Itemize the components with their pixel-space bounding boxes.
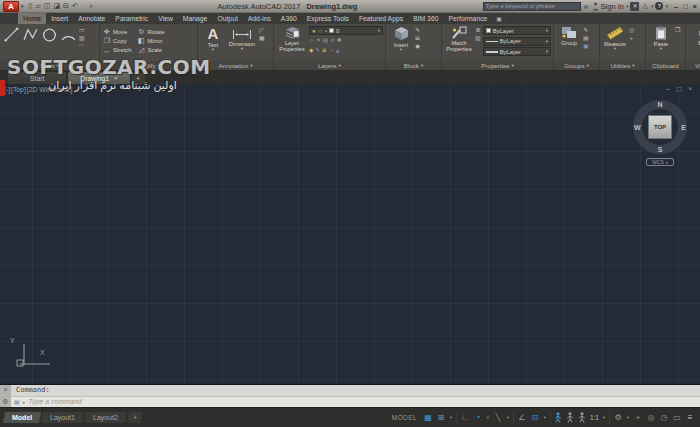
wcs-dropdown[interactable]: WCS ▾: [646, 158, 674, 166]
measure-button[interactable]: Measure ▾: [603, 26, 627, 52]
polyline-tool-icon[interactable]: [22, 26, 39, 43]
ribbon-display-icon[interactable]: ▣: [496, 15, 502, 22]
block-edit-icon[interactable]: ✎: [415, 27, 420, 34]
drawing-minimize-icon[interactable]: –: [666, 85, 670, 93]
panel-label-properties[interactable]: Properties▾: [442, 61, 553, 70]
block-create-icon[interactable]: ⊞: [415, 35, 420, 42]
panel-label-utilities[interactable]: Utilities▾: [600, 61, 645, 70]
layer-tool-icon[interactable]: ☼: [329, 47, 334, 55]
layer-tool-icon[interactable]: ✎: [315, 47, 320, 55]
minimize-button[interactable]: –: [674, 2, 678, 11]
group-button[interactable]: Group: [557, 26, 581, 46]
a360-caret-icon[interactable]: ▾: [651, 3, 654, 9]
layer-tool-icon[interactable]: ▤: [323, 37, 328, 45]
scale-caret-icon[interactable]: ▾: [601, 415, 607, 420]
panel-label-groups[interactable]: Groups▾: [554, 61, 599, 70]
ribbon-tab-addins[interactable]: Add-ins: [243, 13, 276, 24]
layer-tool-icon[interactable]: ◭: [336, 47, 340, 55]
isodraft-icon[interactable]: ╲: [492, 411, 504, 425]
help-caret-icon[interactable]: ▾: [665, 3, 668, 9]
help-icon[interactable]: ?: [655, 2, 663, 10]
layer-tool-icon[interactable]: ◆: [309, 47, 313, 55]
viewcube-west[interactable]: W: [634, 124, 641, 131]
copy-clip-icon[interactable]: ❐: [675, 27, 680, 34]
new-layout-button[interactable]: +: [127, 412, 143, 423]
osnap-caret-icon[interactable]: ▾: [542, 415, 548, 420]
panel-label-view[interactable]: View▾: [686, 61, 700, 70]
polar-caret-icon[interactable]: ▾: [485, 415, 491, 420]
move-button[interactable]: ✜Move: [103, 28, 131, 36]
snap-caret-icon[interactable]: ▾: [448, 415, 454, 420]
block-attributes-icon[interactable]: ◆: [415, 43, 420, 50]
layer-tool-icon[interactable]: ⊞: [322, 47, 327, 55]
viewport-minus-control[interactable]: [-]: [4, 86, 10, 93]
ribbon-tab-home[interactable]: Home: [18, 13, 46, 24]
grid-toggle-icon[interactable]: ▦: [422, 411, 434, 425]
ribbon-tab-output[interactable]: Output: [212, 13, 242, 24]
layer-tool-icon[interactable]: ☼: [309, 37, 314, 45]
isolate-objects-icon[interactable]: ◎: [645, 411, 657, 425]
command-prompt-icon[interactable]: ▤: [14, 398, 20, 405]
viewcube-compass-ring[interactable]: N S W E TOP: [633, 100, 687, 154]
ortho-toggle-icon[interactable]: ∟: [459, 411, 471, 425]
a360-icon[interactable]: △: [642, 2, 647, 10]
ribbon-tab-bim360[interactable]: BIM 360: [408, 13, 443, 24]
mirror-button[interactable]: ◧Mirror: [137, 37, 164, 45]
ungroup-icon[interactable]: ✎: [583, 27, 588, 34]
insert-button[interactable]: Insert ▾: [389, 26, 413, 53]
scale-button[interactable]: ◿Scale: [137, 46, 164, 54]
viewport-view-control[interactable]: [Top]: [11, 86, 26, 93]
object-snap-tracking-icon[interactable]: ∠: [516, 411, 528, 425]
table-tool-icon[interactable]: ▦: [259, 35, 265, 42]
command-close-icon[interactable]: ×: [3, 386, 7, 393]
ribbon-tab-annotate[interactable]: Annotate: [73, 13, 110, 24]
exchange-apps-icon[interactable]: ✕: [630, 2, 639, 11]
dimension-button[interactable]: Dimension ▾: [227, 26, 257, 52]
match-properties-button[interactable]: Match Properties: [445, 26, 473, 52]
drawing-close-icon[interactable]: ×: [688, 85, 692, 93]
panel-label-layers[interactable]: Layers▾: [274, 61, 385, 70]
leader-tool-icon[interactable]: ◸: [260, 27, 265, 34]
layout1-tab[interactable]: Layout1: [41, 412, 84, 423]
layer-properties-button[interactable]: Layer Properties: [277, 26, 307, 52]
group-edit-icon[interactable]: ▤: [583, 35, 589, 42]
properties-transparency-icon[interactable]: ▥: [475, 35, 481, 42]
command-customize-icon[interactable]: ⚙: [2, 398, 8, 406]
open-file-icon[interactable]: ▱: [35, 2, 40, 10]
workspace-caret-icon[interactable]: ▾: [625, 415, 631, 420]
base-view-button[interactable]: Base ▾: [693, 26, 700, 51]
ribbon-tab-featured-apps[interactable]: Featured Apps: [354, 13, 408, 24]
ribbon-tab-insert[interactable]: Insert: [46, 13, 73, 24]
plot-icon[interactable]: ⊟: [63, 2, 69, 10]
stretch-button[interactable]: ↔Stretch: [103, 46, 131, 54]
new-file-icon[interactable]: ▯: [29, 2, 33, 10]
snap-toggle-icon[interactable]: ⊞: [435, 411, 447, 425]
model-tab[interactable]: Model: [3, 412, 42, 423]
layer-tool-icon[interactable]: ✱: [337, 37, 342, 45]
save-icon[interactable]: ◫: [44, 2, 51, 10]
undo-icon[interactable]: ↶: [72, 2, 78, 10]
save-as-icon[interactable]: ◪: [53, 2, 60, 10]
tab-close-icon[interactable]: ×: [114, 75, 118, 81]
object-color-dropdown[interactable]: ByLayer ▾: [483, 26, 551, 35]
point-tool-icon[interactable]: +: [630, 35, 634, 42]
viewcube-top-face[interactable]: TOP: [648, 115, 672, 139]
paste-button[interactable]: Paste ▾: [649, 26, 673, 52]
recent-commands-caret-icon[interactable]: ▸: [23, 399, 26, 405]
qat-customize-caret-icon[interactable]: ▾: [90, 3, 93, 9]
text-button[interactable]: A Text ▾: [201, 26, 225, 53]
quick-select-icon[interactable]: ◎: [629, 27, 634, 34]
clean-screen-icon[interactable]: ▭: [671, 411, 683, 425]
search-input[interactable]: [486, 3, 578, 9]
ellipse-tool-icon[interactable]: ◠: [79, 43, 84, 50]
object-snap-icon[interactable]: ⊡: [529, 411, 541, 425]
layer-tool-icon[interactable]: ⊘: [330, 37, 335, 45]
hatch-tool-icon[interactable]: ▨: [79, 35, 85, 42]
ribbon-tab-a360[interactable]: A360: [276, 13, 302, 24]
sign-in-button[interactable]: Sign In ▾: [592, 2, 629, 11]
ribbon-tab-parametric[interactable]: Parametric: [110, 13, 153, 24]
search-binoculars-icon[interactable]: ∞: [584, 3, 589, 10]
command-input[interactable]: [28, 398, 700, 405]
layout2-tab[interactable]: Layout2: [84, 412, 127, 423]
panel-label-modify[interactable]: Modify▾: [100, 61, 197, 70]
